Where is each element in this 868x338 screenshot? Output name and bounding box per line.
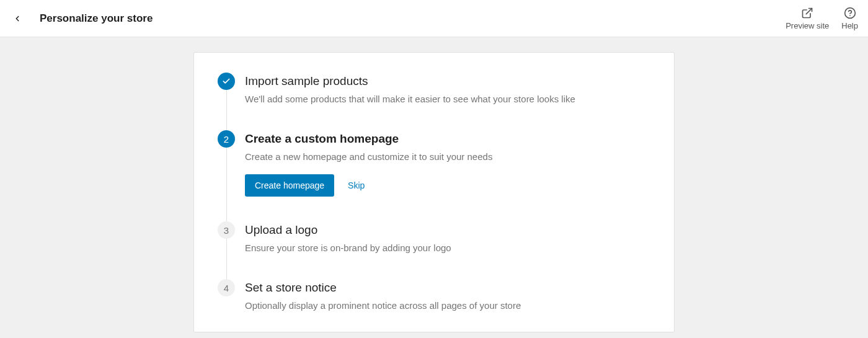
step-marker-pending: 3 [218,221,235,239]
svg-line-0 [807,9,812,14]
step-description: Create a new homepage and customize it t… [245,150,650,163]
step-set-store-notice: 4 Set a store notice Optionally display … [218,279,650,312]
step-title: Create a custom homepage [245,130,650,148]
step-marker-done [218,73,235,90]
skip-button[interactable]: Skip [348,180,365,190]
preview-site-label: Preview site [786,21,829,30]
step-description: Optionally display a prominent notice ac… [245,299,650,312]
header-bar: Personalize your store Preview site Help [0,0,868,37]
page-title: Personalize your store [40,12,153,25]
step-title: Set a store notice [245,279,650,296]
help-icon [843,6,857,20]
preview-site-button[interactable]: Preview site [786,6,829,30]
step-description: We'll add some products that will make i… [245,92,650,105]
content-area: Import sample products We'll add some pr… [0,37,868,338]
external-link-icon [800,6,814,20]
create-homepage-button[interactable]: Create homepage [245,174,334,197]
check-icon [222,77,231,86]
step-actions: Create homepage Skip [245,174,650,197]
step-connector-line [226,90,227,133]
step-create-custom-homepage: 2 Create a custom homepage Create a new … [218,130,650,221]
step-connector-line [226,148,227,224]
step-title: Upload a logo [245,221,650,239]
back-button[interactable] [10,11,25,26]
help-button[interactable]: Help [841,6,858,30]
step-upload-logo: 3 Upload a logo Ensure your store is on-… [218,221,650,279]
help-label: Help [841,21,858,30]
step-connector-line [226,239,227,282]
step-marker-pending: 4 [218,279,235,296]
step-marker-active: 2 [218,130,235,148]
step-title: Import sample products [245,73,650,90]
step-import-sample-products: Import sample products We'll add some pr… [218,73,650,130]
chevron-left-icon [13,14,22,23]
step-description: Ensure your store is on-brand by adding … [245,241,650,254]
steps-card: Import sample products We'll add some pr… [193,52,675,332]
